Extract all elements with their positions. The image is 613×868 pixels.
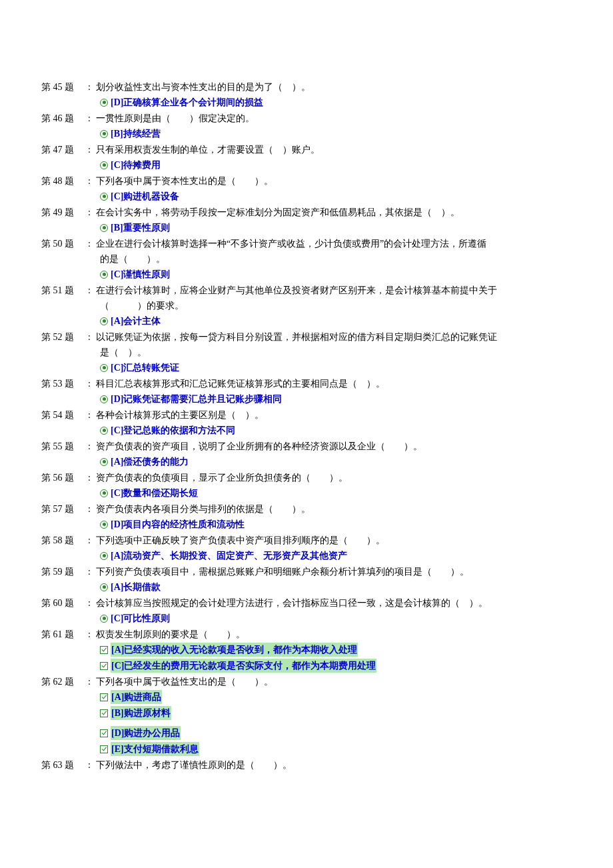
colon: : [88,408,91,422]
quiz-content: 第 45 题:划分收益性支出与资本性支出的目的是为了（ ）。[D]正确核算企业各… [41,80,572,772]
answer-text: [C]购进机器设备 [111,189,179,203]
radio-selected-icon[interactable] [100,427,108,435]
radio-selected-icon[interactable] [100,552,108,560]
answer-text: [C]谨慎性原则 [111,267,170,281]
answer-row: [A]会计主体 [41,314,572,328]
colon: : [88,205,91,219]
question-continuation: 是（ ）。 [41,345,572,359]
answer-row: [B]购进原材料 [41,706,572,720]
question-number: 第 62 题 [41,675,88,689]
colon: : [88,377,91,391]
question-text: 以记账凭证为依据，按每一贷方科目分别设置，并根据相对应的借方科目定期归类汇总的记… [96,330,572,344]
answer-text: [A]会计主体 [111,314,161,328]
question-continuation: （ ）的要求。 [41,299,572,313]
answer-row: [A]已经实现的收入无论款项是否收到，都作为本期收入处理 [41,643,572,657]
answer-text: [C]可比性原则 [111,611,170,625]
question-row: 第 49 题:在会计实务中，将劳动手段按一定标准划分为固定资产和低值易耗品，其依… [41,205,572,219]
colon: : [88,533,91,547]
question-text: 下列选项中正确反映了资产负债表中资产项目排列顺序的是（ ）。 [96,533,572,547]
answer-text: [C]登记总账的依据和方法不同 [111,423,235,437]
checkbox-checked-icon[interactable] [100,662,108,670]
answer-text: [B]持续经营 [111,127,161,141]
answer-text: [D]购进办公用品 [111,726,181,740]
question-number: 第 49 题 [41,205,88,219]
question-row: 第 63 题:下列做法中，考虑了谨慎性原则的是（ ）。 [41,758,572,772]
answer-row: [A]长期借款 [41,580,572,594]
colon: : [88,596,91,610]
question-continuation: 的是（ ）。 [41,252,572,266]
answer-row: [A]偿还债务的能力 [41,455,572,469]
question-row: 第 54 题:各种会计核算形式的主要区别是（ ）。 [41,408,572,422]
radio-selected-icon[interactable] [100,224,108,232]
question-row: 第 53 题:科目汇总表核算形式和汇总记账凭证核算形式的主要相同点是（ ）。 [41,377,572,391]
question-number: 第 48 题 [41,174,88,188]
radio-selected-icon[interactable] [100,521,108,529]
checkbox-checked-icon[interactable] [100,745,108,753]
question-text: 下列做法中，考虑了谨慎性原则的是（ ）。 [96,758,572,772]
question-text: 一贯性原则是由（ ）假定决定的。 [96,111,572,125]
question-number: 第 63 题 [41,758,88,772]
answer-text: [C]待摊费用 [111,158,161,172]
radio-selected-icon[interactable] [100,317,108,325]
radio-selected-icon[interactable] [100,364,108,372]
colon: : [88,283,91,297]
colon: : [88,675,91,689]
question-row: 第 48 题:下列各项中属于资本性支出的是（ ）。 [41,174,572,188]
question-text: 划分收益性支出与资本性支出的目的是为了（ ）。 [96,80,572,94]
question-number: 第 58 题 [41,533,88,547]
answer-text: [D]正确核算企业各个会计期间的损益 [111,95,263,109]
question-number: 第 52 题 [41,330,88,344]
checkbox-checked-icon[interactable] [100,729,108,737]
answer-text: [B]购进原材料 [111,706,171,720]
question-number: 第 56 题 [41,471,88,485]
colon: : [88,174,91,188]
question-row: 第 61 题:权责发生制原则的要求是（ ）。 [41,627,572,641]
checkbox-checked-icon[interactable] [100,709,108,717]
answer-row: [C]已经发生的费用无论款项是否实际支付，都作为本期费用处理 [41,659,572,673]
colon: : [88,502,91,516]
answer-row: [C]数量和偿还期长短 [41,486,572,500]
radio-selected-icon[interactable] [100,161,108,169]
question-row: 第 58 题:下列选项中正确反映了资产负债表中资产项目排列顺序的是（ ）。 [41,533,572,547]
question-text: 权责发生制原则的要求是（ ）。 [96,627,572,641]
question-row: 第 46 题:一贯性原则是由（ ）假定决定的。 [41,111,572,125]
answer-row: [A]流动资产、长期投资、固定资产、无形资产及其他资产 [41,549,572,563]
radio-selected-icon[interactable] [100,99,108,107]
colon: : [88,80,91,94]
answer-row: [D]正确核算企业各个会计期间的损益 [41,95,572,109]
question-text: 各种会计核算形式的主要区别是（ ）。 [96,408,572,422]
radio-selected-icon[interactable] [100,395,108,403]
answer-row: [A]购进商品 [41,690,572,704]
question-number: 第 61 题 [41,627,88,641]
radio-selected-icon[interactable] [100,130,108,138]
answer-row: [D]购进办公用品 [41,726,572,740]
answer-text: [A]购进商品 [111,690,162,704]
answer-row: [D]记账凭证都需要汇总并且记账步骤相同 [41,392,572,406]
radio-selected-icon[interactable] [100,615,108,623]
radio-selected-icon[interactable] [100,583,108,591]
colon: : [88,627,91,641]
question-number: 第 50 题 [41,237,88,251]
question-text: 在会计实务中，将劳动手段按一定标准划分为固定资产和低值易耗品，其依据是（ ）。 [96,205,572,219]
question-row: 第 60 题:会计核算应当按照规定的会计处理方法进行，会计指标应当口径一致，这是… [41,596,572,610]
question-row: 第 56 题:资产负债表的负债项目，显示了企业所负担债务的（ ）。 [41,471,572,485]
question-number: 第 59 题 [41,565,88,579]
radio-selected-icon[interactable] [100,193,108,201]
question-text: 资产负债表的资产项目，说明了企业所拥有的各种经济资源以及企业（ ）。 [96,439,572,453]
question-number: 第 51 题 [41,283,88,297]
checkbox-checked-icon[interactable] [100,646,108,654]
answer-row: [C]登记总账的依据和方法不同 [41,423,572,437]
question-row: 第 55 题:资产负债表的资产项目，说明了企业所拥有的各种经济资源以及企业（ ）… [41,439,572,453]
question-number: 第 46 题 [41,111,88,125]
question-text: 下列资产负债表项目中，需根据总账账户和明细账户余额分析计算填列的项目是（ ）。 [96,565,572,579]
radio-selected-icon[interactable] [100,489,108,497]
question-row: 第 47 题:只有采用权责发生制的单位，才需要设置（ ）账户。 [41,143,572,157]
radio-selected-icon[interactable] [100,271,108,279]
colon: : [88,565,91,579]
colon: : [88,758,91,772]
radio-selected-icon[interactable] [100,458,108,466]
checkbox-checked-icon[interactable] [100,693,108,701]
colon: : [88,111,91,125]
answer-text: [C]数量和偿还期长短 [111,486,198,500]
question-text: 企业在进行会计核算时选择一种“不多计资产或收益，少计负债或费用”的会计处理方法，… [96,237,572,251]
